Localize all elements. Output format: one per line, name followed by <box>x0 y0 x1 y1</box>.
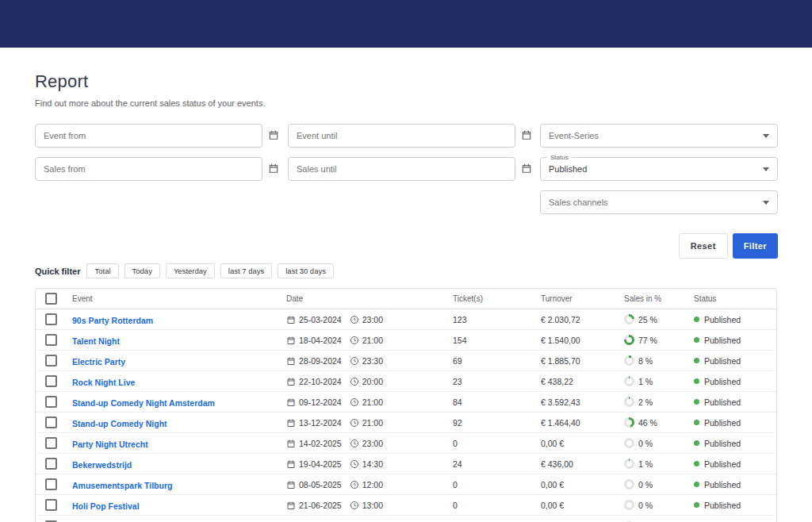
table-row: 90s Party Rotterdam 25-03-2024 23:00 123… <box>36 309 776 330</box>
event-date: 28-09-2024 <box>299 356 342 366</box>
sales-until-datepicker-button[interactable] <box>520 163 533 175</box>
tickets-count: 23 <box>453 377 541 386</box>
events-table: Event Date Ticket(s) Turnover Sales in %… <box>35 288 777 522</box>
event-link[interactable]: Stand-up Comedy Night Amsterdam <box>72 398 215 408</box>
row-checkbox[interactable] <box>45 478 57 490</box>
event-date: 25-03-2024 <box>299 315 342 324</box>
row-checkbox[interactable] <box>45 375 57 387</box>
calendar-icon <box>286 459 296 469</box>
chevron-down-icon <box>763 201 769 205</box>
status-label: Published <box>704 418 741 428</box>
status-label: Published <box>704 315 741 324</box>
column-header-date: Date <box>286 294 453 303</box>
row-checkbox[interactable] <box>45 334 57 346</box>
sales-from-input[interactable] <box>35 157 262 181</box>
event-from-input[interactable] <box>35 124 262 148</box>
event-link[interactable]: Stand-up Comedy Night <box>72 419 167 428</box>
tickets-count: 92 <box>453 418 541 428</box>
tickets-count: 123 <box>453 315 541 324</box>
table-row: Outdoor Wine Tasting 04-07-2025 17:00 0 … <box>36 516 776 522</box>
sales-channels-select[interactable]: Sales channels <box>540 190 778 214</box>
table-body: 90s Party Rotterdam 25-03-2024 23:00 123… <box>36 309 776 522</box>
event-link[interactable]: Rock Night Live <box>72 378 135 387</box>
sales-donut-icon <box>624 438 634 448</box>
row-checkbox[interactable] <box>45 458 57 470</box>
row-checkbox[interactable] <box>45 416 57 428</box>
event-date: 19-04-2025 <box>299 459 342 469</box>
row-checkbox[interactable] <box>45 499 57 511</box>
sales-from-datepicker-button[interactable] <box>267 163 280 175</box>
status-dot-icon <box>694 420 699 425</box>
event-until-datepicker-button[interactable] <box>520 129 533 142</box>
sales-donut-icon <box>624 459 634 469</box>
clock-icon <box>350 418 359 428</box>
row-checkbox[interactable] <box>45 313 57 325</box>
event-date: 13-12-2024 <box>299 418 342 428</box>
turnover-value: € 1.464,40 <box>541 418 624 428</box>
tickets-count: 0 <box>453 439 541 448</box>
clock-icon <box>350 459 359 469</box>
sales-percent: 0 % <box>638 480 653 489</box>
row-checkbox[interactable] <box>45 355 57 367</box>
calendar-icon <box>286 356 296 366</box>
sales-donut-icon <box>624 417 634 428</box>
table-row: Holi Pop Festival 21-06-2025 13:00 0 0,0… <box>36 495 776 516</box>
status-label: Published <box>704 397 741 407</box>
select-all-checkbox[interactable] <box>45 293 57 305</box>
sales-percent: 1 % <box>638 377 653 386</box>
status-dot-icon <box>694 378 699 384</box>
turnover-value: 0,00 € <box>541 480 624 489</box>
clock-icon <box>350 501 359 510</box>
event-link[interactable]: 90s Party Rotterdam <box>72 316 153 325</box>
event-time: 14:30 <box>362 459 383 469</box>
status-dot-icon <box>694 317 699 322</box>
tickets-count: 154 <box>453 336 541 345</box>
event-link[interactable]: Electric Party <box>72 357 125 367</box>
turnover-value: € 436,00 <box>541 459 624 469</box>
sales-percent: 2 % <box>638 397 653 407</box>
event-time: 23:00 <box>362 439 383 448</box>
status-label: Published <box>704 356 741 366</box>
quick-filter-total[interactable]: Total <box>86 263 118 278</box>
event-date: 21-06-2025 <box>299 501 342 510</box>
sales-until-input[interactable] <box>288 157 515 181</box>
event-series-select[interactable]: Event-Series <box>540 124 778 148</box>
event-link[interactable]: Holi Pop Festival <box>72 501 140 511</box>
event-time: 23:00 <box>362 315 383 324</box>
reset-button[interactable]: Reset <box>679 233 728 259</box>
calendar-icon <box>286 377 296 386</box>
column-header-turnover: Turnover <box>541 294 624 303</box>
quick-filter-last-7-days[interactable]: last 7 days <box>220 263 272 278</box>
sales-donut-icon <box>624 479 634 489</box>
event-link[interactable]: Amusementspark Tilburg <box>72 481 172 490</box>
column-header-status: Status <box>694 294 776 303</box>
chevron-down-icon <box>763 167 769 171</box>
page-subtitle: Find out more about the current sales st… <box>35 98 777 108</box>
quick-filter-today[interactable]: Today <box>124 263 160 278</box>
filter-button[interactable]: Filter <box>733 233 778 259</box>
event-link[interactable]: Bekerwedstrijd <box>72 460 132 470</box>
quick-filter-yesterday[interactable]: Yesterday <box>166 263 215 278</box>
sales-channels-select-value: Sales channels <box>549 198 763 207</box>
status-select[interactable]: Status Published <box>540 157 778 181</box>
event-link[interactable]: Party Night Utrecht <box>72 439 148 449</box>
chevron-down-icon <box>763 134 769 138</box>
sales-donut-icon <box>624 335 634 345</box>
quick-filter-last-30-days[interactable]: last 30 days <box>278 263 334 278</box>
column-header-event: Event <box>72 294 286 303</box>
row-checkbox[interactable] <box>45 437 57 449</box>
turnover-value: € 438,22 <box>541 377 624 386</box>
event-link[interactable]: Talent Night <box>72 336 120 346</box>
calendar-icon <box>286 480 296 489</box>
row-checkbox[interactable] <box>45 396 57 408</box>
event-date: 09-12-2024 <box>299 397 342 407</box>
event-until-input[interactable] <box>288 124 515 148</box>
table-row: Talent Night 18-04-2024 21:00 154 € 1.54… <box>36 330 776 351</box>
calendar-icon <box>268 129 279 143</box>
table-row: Rock Night Live 22-10-2024 20:00 23 € 43… <box>36 371 776 392</box>
status-dot-icon <box>694 358 699 363</box>
sales-percent: 0 % <box>638 439 653 448</box>
sales-percent: 46 % <box>638 418 657 428</box>
event-from-datepicker-button[interactable] <box>267 129 280 142</box>
event-time: 21:00 <box>362 397 383 407</box>
